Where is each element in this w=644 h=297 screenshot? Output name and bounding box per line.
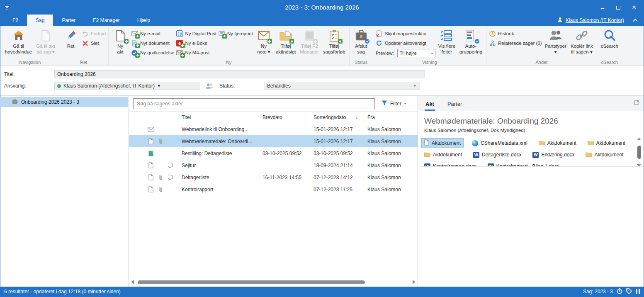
tag-icon[interactable] — [626, 288, 632, 295]
attachment-chip[interactable]: W Kontrolrapport.docx — [421, 162, 479, 167]
history-button[interactable]: Historik — [489, 29, 542, 38]
user-icon — [557, 17, 563, 24]
case-status-select[interactable]: Behandles ▼ — [264, 82, 420, 90]
vertical-scrollbar[interactable] — [636, 138, 642, 167]
preview-position-select[interactable]: Til højre ▾ — [397, 49, 435, 57]
hide-folder-structure-button[interactable]: Skjul mappestruktur — [376, 29, 435, 38]
new-email-button[interactable]: Ny e-mail — [131, 29, 174, 38]
ribbon-group-ret: Ret Fortryd Slet Ret — [59, 26, 109, 66]
attachment-chip[interactable]: W Erklæring.docx — [530, 151, 577, 159]
record-row[interactable]: Bestilling: Deltagerliste 03-10-2025 09:… — [129, 147, 418, 159]
edge-icon — [472, 140, 478, 146]
close-case-button[interactable]: Afslut sag — [352, 28, 370, 56]
tab-f2-manager[interactable]: F2 Manager — [84, 15, 129, 26]
open-in-window-icon[interactable] — [634, 99, 639, 107]
check-badge-icon — [475, 39, 479, 44]
related-cases-button[interactable]: Relaterede sager (0) — [489, 39, 542, 47]
document-icon — [424, 139, 429, 147]
horizontal-scrollbar[interactable] — [131, 279, 416, 285]
column-header-sorteringsdato[interactable]: Sorteringsdato↓ — [310, 112, 364, 123]
current-user-link[interactable]: Klaus Salomon (IT Kontor) — [566, 17, 624, 23]
attachment-chip[interactable]: W Kontrolrapport - Bilag 1.docx — [485, 162, 562, 167]
attachment-chip[interactable]: Aktdokument — [585, 139, 628, 148]
new-record-button[interactable]: Ny akt — [111, 28, 129, 56]
scroll-left-icon[interactable] — [131, 280, 134, 284]
new-m4-post-button[interactable]: Ny M4-post — [176, 49, 216, 57]
pause-icon[interactable] — [636, 289, 640, 294]
add-f2-manager-button[interactable]: Tilføj F2 Manager — [299, 28, 320, 56]
tab-akt[interactable]: Akt — [425, 101, 435, 111]
record-sorteringsdato: 07-12-2023 14:12 — [310, 175, 364, 180]
scrollbar-thumb[interactable] — [637, 146, 641, 159]
collapse-ribbon-icon[interactable] — [633, 17, 638, 23]
add-case-flow-button[interactable]: Tilføj sagsforløb — [322, 28, 347, 56]
quick-access-icon[interactable] — [5, 4, 9, 12]
show-more-fields-button[interactable]: Vis flere felter — [437, 28, 457, 56]
record-brevdato: 03-10-2025 09:52 — [259, 151, 310, 156]
copy-link-button[interactable]: Kopiér link til sagen ▾ — [569, 28, 594, 56]
goto-main-window-button[interactable]: Gå til hovedvindue — [4, 28, 33, 56]
auto-grouping-button[interactable]: Auto- gruppering — [458, 28, 484, 56]
refresh-icon — [376, 40, 383, 47]
attachment-chip[interactable]: Aktdokument — [421, 151, 465, 159]
tab-sag[interactable]: Sag — [27, 15, 53, 26]
maximize-button[interactable] — [610, 0, 626, 15]
record-row[interactable]: Deltagerliste 16-11-2023 14:55 07-12-202… — [129, 171, 418, 183]
attachment-chip[interactable]: Aktdokument — [421, 138, 464, 148]
tab-parter[interactable]: Parter — [447, 101, 463, 111]
record-row[interactable]: Webmødemateriale: Onboardi... 15-01-2026… — [129, 135, 418, 147]
new-digital-post-button[interactable]: @ Ny Digital Post — [176, 29, 216, 38]
column-header-titel[interactable]: Titel — [175, 112, 259, 123]
tab-f2[interactable]: F2 — [4, 15, 27, 26]
csearch-button[interactable]: cSearch — [600, 28, 620, 50]
record-search-input[interactable] — [133, 98, 375, 109]
attachment-chip[interactable]: W Deltagerliste.docx — [470, 151, 524, 159]
record-row[interactable]: Kontrolrapport 07-12-2023 11:25 Klaus Sa… — [129, 183, 418, 195]
scroll-right-icon[interactable] — [413, 280, 416, 284]
attachment-chip[interactable]: Aktdokument — [536, 139, 579, 148]
scroll-down-icon[interactable] — [637, 164, 641, 167]
responsible-field[interactable]: Klaus Salomon (Afdelingschef, IT Kontor)… — [54, 82, 200, 90]
edit-button[interactable]: Ret — [62, 28, 80, 50]
column-header-fra[interactable]: Fra — [364, 112, 418, 123]
case-title-input[interactable] — [54, 70, 425, 78]
party-types-button[interactable]: Partstyper ▾ — [544, 28, 568, 56]
record-row[interactable]: Webmødelink til Onboarding... 15-01-2026… — [129, 123, 418, 135]
filter-button[interactable]: Filter ▾ — [379, 99, 408, 109]
group-label-csearch: cSearch — [597, 60, 622, 65]
column-header-brevdato[interactable]: Brevdato — [259, 112, 310, 123]
folder-document-icon — [279, 29, 292, 42]
case-tree-item[interactable]: Onboarding 2026 2023 - 3 — [1, 97, 128, 107]
scroll-up-icon[interactable] — [637, 138, 641, 140]
case-metadata-form: Titel: Ansvarlig: Klaus Salomon (Afdelin… — [0, 66, 644, 95]
record-row[interactable]: Sejltur 18-09-2024 21:14 Klaus Salomon — [129, 159, 418, 171]
pick-participant-icon[interactable] — [204, 83, 214, 89]
new-approval-button[interactable]: Ny godkendelse — [131, 49, 174, 57]
new-remote-print-button[interactable]: Ny fjernprint — [218, 29, 253, 38]
new-document-button[interactable]: Nyt dokument — [131, 39, 174, 47]
folder-icon — [539, 140, 545, 146]
refresh-record-list-button[interactable]: Opdater aktoversigt — [376, 39, 435, 47]
attachment-chip[interactable]: CShareMetadata.xml — [469, 139, 530, 148]
attachment-chip[interactable]: Aktdokument — [583, 151, 626, 159]
delete-button[interactable]: Slet — [82, 39, 106, 47]
note-bubble-icon — [165, 163, 175, 168]
m4-post-icon — [176, 49, 183, 56]
new-note-button[interactable]: Ny note ▾ — [255, 28, 273, 56]
new-document-icon — [114, 29, 127, 42]
tab-hjaelp[interactable]: Hjælp — [129, 15, 159, 26]
scrollbar-thumb[interactable] — [138, 280, 365, 284]
close-button[interactable]: × — [626, 0, 642, 15]
tablet-icon — [303, 29, 316, 42]
tab-parter[interactable]: Parter — [53, 15, 84, 26]
paperclip-icon — [156, 174, 165, 180]
record-sorteringsdato: 15-01-2026 12:17 — [310, 127, 364, 132]
add-record-access-button[interactable]: Tilføj aktindsigt — [275, 28, 297, 56]
ribbon-group-status: Afslut sag Status — [350, 26, 373, 66]
stopwatch-icon[interactable] — [617, 288, 622, 295]
minimize-button[interactable]: – — [595, 0, 610, 15]
digital-post-at-icon: @ — [176, 30, 183, 37]
undo-button[interactable]: Fortryd — [82, 29, 106, 38]
new-eboks-button[interactable]: e Ny e-Boks — [176, 39, 216, 47]
goto-record-on-case-button[interactable]: Gå til akt på sag ▾ — [35, 28, 56, 56]
